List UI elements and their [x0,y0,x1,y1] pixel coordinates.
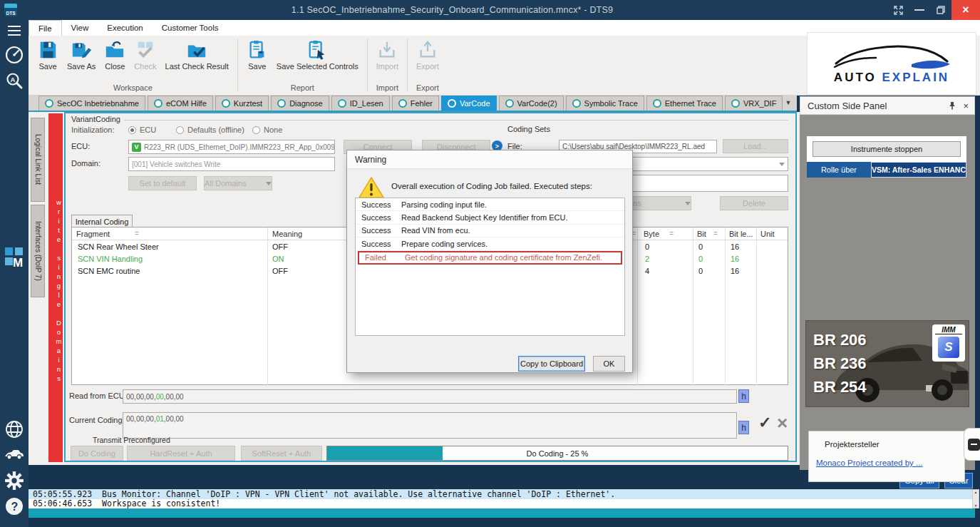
copy-to-clipboard-button[interactable]: Copy to Clipboard [518,356,585,372]
close-panel-icon[interactable]: × [963,101,969,111]
settings-button[interactable] [0,471,29,491]
tab-id-lesen[interactable]: ID_Lesen [331,96,390,111]
horizontal-scrollbar[interactable] [29,508,975,518]
column-header-bit[interactable]: Bit [697,230,706,238]
ecu-combobox[interactable]: V R223_RR (UDS_Ethernet_DoIP).IMMR223_RR… [128,140,335,154]
restore-icon [937,6,945,14]
fullscreen-button[interactable] [887,0,909,20]
car-icon [4,449,25,460]
reject-coding-icon[interactable]: × [777,416,788,430]
close-workspace-icon [104,39,125,61]
project-creator-box: Projektersteller Monaco Project created … [808,431,965,482]
tab-ecom-hilfe[interactable]: eCOM Hilfe [148,96,213,111]
fullscreen-icon [894,6,903,15]
tab-diagnose[interactable]: Diagnose [271,96,329,111]
current-coding-label: Current Coding: [69,416,125,424]
radio-defaults-offline[interactable] [176,126,184,134]
set-to-default-button[interactable]: Set to default [128,176,197,190]
export-icon [417,39,438,61]
delete-button[interactable]: Delete [720,196,788,210]
workspace-last-check-result-button[interactable]: Last Check Result [161,38,233,72]
workspace-close-button[interactable]: Close [100,38,130,72]
cell-bit-length: 16 [731,255,739,263]
tab-kurztest[interactable]: Kurztest [215,96,269,111]
tab-varcode-2[interactable]: VarCode(2) [499,96,564,111]
column-header-fragment[interactable]: Fragment [76,230,110,238]
report-save-selected-controls-button[interactable]: Save Selected Controls [272,38,363,72]
tab-ethernet-trace[interactable]: Ethernet Trace [646,96,723,111]
project-creator-link[interactable]: Monaco Project created by ... [816,459,923,467]
hardreset-auth-button[interactable]: HardReset + Auth [127,446,235,461]
tab-fehler[interactable]: Fehler [392,96,439,111]
log-timestamp: 05:06:46.653 [29,498,102,508]
side-panel-header: Custom Side Panel × [800,96,975,115]
softreset-auth-button[interactable]: SoftReset + Auth [241,446,322,461]
dropdown-caret-icon [685,202,691,205]
step-status: Success [356,213,401,222]
svg-text:?: ? [11,501,19,513]
vertical-tab-interfaces-doip[interactable]: Interfaces (DoIP 7) [31,205,45,297]
tab-status-icon [398,99,407,108]
br-model: BR 206 [813,328,867,352]
tab-vrx-dif[interactable]: VRX_DIF [725,96,783,111]
tab-symbolic-trace[interactable]: Symbolic Trace [566,96,644,111]
menu-view[interactable]: View [62,20,98,36]
workspace-save-as-button[interactable]: Save As [63,38,100,72]
accept-coding-icon[interactable]: ✓ [758,414,771,432]
filter-icon[interactable]: = [713,230,718,237]
column-header-bit-length[interactable]: Bit le... [729,230,753,238]
bus-monitor-log[interactable]: 05:05:55.923 Bus Monitor: Channel 'DoIP … [29,489,972,508]
report-save-button[interactable]: Save [242,38,272,72]
column-header-byte[interactable]: Byte [644,230,659,238]
column-header-unit[interactable]: Unit [760,230,775,238]
tab-overflow-chevron-icon[interactable]: ▼ [785,99,791,106]
do-coding-button[interactable]: Do Coding [71,446,123,461]
search-analyze-button[interactable]: A [0,71,29,91]
menu-file[interactable]: File [29,20,62,36]
log-scrollbar[interactable]: ▲▼ [972,489,979,508]
column-header-meaning[interactable]: Meaning [272,230,302,238]
ok-button[interactable]: OK [593,356,625,372]
read-from-ecu-field[interactable]: 00,00,00,00,00,00 [123,389,737,404]
monaco-m-button[interactable]: M [0,245,29,268]
globe-button[interactable] [0,419,29,439]
vehicle-button[interactable] [0,449,29,460]
dialog-step-list: Success Parsing coding input file. Succe… [355,198,625,336]
tab-varcode[interactable]: VarCode [441,96,497,111]
pin-icon[interactable] [949,101,956,110]
cell-byte: 4 [645,267,649,275]
menu-execution[interactable]: Execution [98,20,153,36]
cell-fragment: SCN VIN Handling [78,255,143,263]
restore-button[interactable] [930,0,951,20]
close-button[interactable]: × [951,0,980,20]
workspace-save-button[interactable]: Save [33,38,63,72]
vertical-tab-logical-link-list[interactable]: Logical Link List [31,118,45,202]
dialog-titlebar[interactable]: Warning [347,150,632,169]
collapse-handle[interactable] [964,428,980,461]
br-model: BR 254 [813,375,867,399]
all-domains-dropdown[interactable]: All Domains [204,176,272,190]
filter-icon[interactable]: = [669,230,674,237]
log-entry[interactable]: 05:05:55.923 Bus Monitor: Channel 'DoIP … [29,489,972,499]
current-coding-field[interactable]: 00,00,00,01,00,00 [123,412,737,439]
log-message: Workspace is consistent! [102,498,220,508]
menu-customer-tools[interactable]: Customer Tools [153,20,228,36]
radio-ecu[interactable] [128,126,136,134]
save-as-icon [71,39,92,61]
load-button[interactable]: Load... [723,139,788,153]
radio-none[interactable] [252,126,260,134]
tab-internal-coding[interactable]: Internal Coding [71,215,133,227]
tab-status-icon [505,99,514,108]
log-entry[interactable]: 05:06:46.653 Workspace is consistent! [29,499,972,509]
tab-secoc-inbetriebnahme[interactable]: SecOC Inbetriebnahme [38,96,145,111]
report-save-icon [247,39,268,61]
filter-icon[interactable]: = [135,230,139,237]
group-label-import: Import [368,83,407,95]
minimize-button[interactable] [909,0,930,20]
cell-meaning: OFF [272,267,288,275]
help-button[interactable]: ? [0,496,29,516]
gauge-button[interactable] [0,44,29,66]
domain-input[interactable]: [001] Vehicle switches Write [128,157,335,171]
instrumente-stoppen-button[interactable]: Instrumente stoppen [813,141,961,157]
hamburger-menu-button[interactable] [0,26,29,36]
